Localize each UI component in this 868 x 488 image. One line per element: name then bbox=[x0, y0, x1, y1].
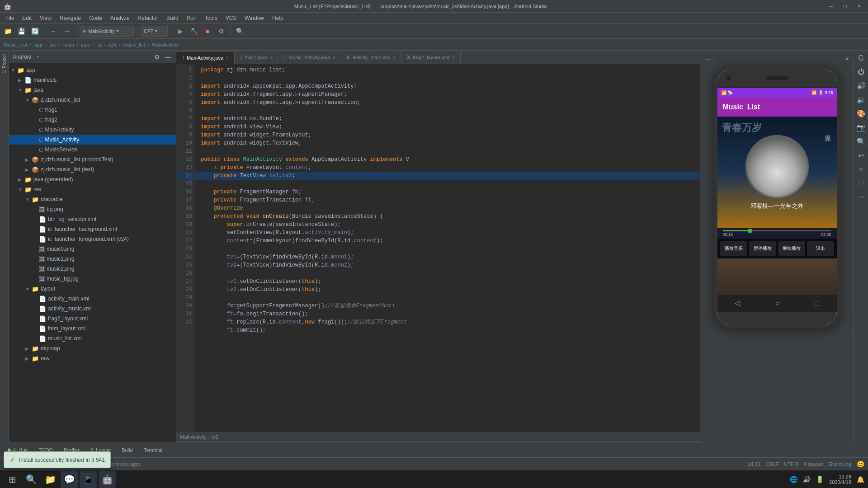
more-icon[interactable]: ⋯ bbox=[858, 192, 865, 201]
tab-activitymain[interactable]: X activity_main.xml × bbox=[341, 51, 401, 64]
tree-item-musicbg[interactable]: ▶ 🖼 music_bg.jpg bbox=[9, 274, 176, 284]
tree-item-drawable[interactable]: ▼ 📁 drawable bbox=[9, 194, 176, 204]
palette-icon[interactable]: 🎨 bbox=[857, 109, 866, 118]
event-log-btn[interactable]: Event Log bbox=[829, 461, 851, 467]
menu-refactor[interactable]: Refactor bbox=[134, 14, 162, 22]
square-icon[interactable]: □ bbox=[859, 179, 863, 187]
tree-item-frag2[interactable]: ▶ C frag2 bbox=[9, 115, 176, 125]
panel-minimize-btn[interactable]: — bbox=[163, 52, 172, 61]
progress-bar-bg[interactable] bbox=[723, 230, 831, 231]
breadcrumb-music-list-pkg[interactable]: music_list bbox=[123, 42, 145, 47]
panel-dropdown-icon[interactable]: ▾ bbox=[37, 54, 39, 59]
taskbar-android-btn[interactable]: 🤖 bbox=[99, 471, 116, 488]
refresh-btn[interactable]: ▶ bbox=[175, 25, 186, 37]
taskbar-messenger-btn[interactable]: 💬 bbox=[61, 471, 78, 488]
camera-icon[interactable]: 📷 bbox=[857, 123, 866, 132]
volume-up-icon[interactable]: 🔊 bbox=[857, 81, 866, 90]
panel-cog-btn[interactable]: ⚙ bbox=[152, 52, 161, 61]
taskbar-explorer-btn[interactable]: 📁 bbox=[42, 471, 59, 488]
tree-item-manifests[interactable]: ▶ 📄 manifests bbox=[9, 75, 176, 85]
breadcrumb-zj[interactable]: zj bbox=[97, 42, 101, 47]
phone-resume-btn[interactable]: 继续播放 bbox=[778, 241, 805, 256]
battery-icon[interactable]: 🔋 bbox=[816, 476, 824, 483]
tab-terminal[interactable]: Terminal bbox=[139, 446, 167, 455]
breadcrumb-main[interactable]: main bbox=[63, 42, 74, 47]
circle-icon[interactable]: ○ bbox=[859, 165, 863, 174]
tree-item-itemlayout[interactable]: ▶ 📄 item_layout.xml bbox=[9, 324, 176, 333]
breadcrumb-dzh[interactable]: dzh bbox=[108, 42, 116, 47]
menu-run[interactable]: Run bbox=[183, 14, 200, 22]
tree-item-musicservice[interactable]: ▶ C MusicService bbox=[9, 145, 176, 155]
tree-item-frag2layout[interactable]: ▶ 📄 frag2_layout.xml bbox=[9, 314, 176, 324]
code-content[interactable]: package zj.dzh.music_list; import androi… bbox=[195, 64, 700, 432]
build-btn[interactable]: 🔨 bbox=[188, 25, 200, 37]
tree-item-iclauncher[interactable]: ▶ 📄 ic_launcher_background.xml bbox=[9, 224, 176, 234]
phone-nav-recents[interactable]: □ bbox=[815, 299, 819, 307]
network-icon[interactable]: 🌐 bbox=[790, 476, 797, 483]
menu-window[interactable]: Window bbox=[241, 14, 268, 22]
tab-close-frag1[interactable]: × bbox=[269, 55, 272, 60]
tree-item-app[interactable]: ▼ 📁 app bbox=[9, 65, 176, 75]
tree-item-java[interactable]: ▼ 📁 java bbox=[9, 85, 176, 95]
menu-navigate[interactable]: Navigate bbox=[56, 14, 85, 22]
tree-item-iclauncher-fg[interactable]: ▶ 📄 ic_launcher_foreground.xml (v24) bbox=[9, 234, 176, 244]
tree-item-activitymain[interactable]: ▶ 📄 activity_main.xml bbox=[9, 294, 176, 304]
tree-item-mipmap[interactable]: ▶ 📁 mipmap bbox=[9, 343, 176, 353]
volume-icon[interactable]: 🔊 bbox=[803, 476, 811, 483]
tree-item-music0[interactable]: ▶ 🖼 music0.png bbox=[9, 244, 176, 254]
save-btn[interactable]: 💾 bbox=[15, 25, 27, 37]
minimize-button[interactable]: – bbox=[826, 3, 836, 9]
code-editor[interactable]: 12345 678910 111213 14 1516171819 202122… bbox=[176, 64, 700, 432]
tree-item-res[interactable]: ▼ 📁 res bbox=[9, 184, 176, 194]
tree-item-androidtest[interactable]: ▶ 📦 zj.dzh.music_list (androidTest) bbox=[9, 155, 176, 164]
cft-dropdown[interactable]: CFT ▾ bbox=[141, 26, 168, 37]
encoding[interactable]: UTF-8 bbox=[784, 461, 798, 467]
tree-item-music2[interactable]: ▶ 🖼 music2.png bbox=[9, 264, 176, 274]
breadcrumb-java[interactable]: java bbox=[81, 42, 90, 47]
search-btn[interactable]: 🔍 bbox=[234, 25, 245, 37]
panel-close-btn[interactable]: × bbox=[845, 55, 849, 62]
project-panel-tab[interactable]: 1: Project bbox=[2, 54, 7, 73]
breadcrumb-app[interactable]: app bbox=[34, 42, 42, 47]
zoom-in-icon[interactable]: 🔍 bbox=[857, 137, 866, 146]
tree-item-layout[interactable]: ▼ 📁 layout bbox=[9, 284, 176, 294]
menu-help[interactable]: Help bbox=[269, 14, 287, 22]
tab-close-frag2layout[interactable]: × bbox=[452, 55, 455, 60]
menu-code[interactable]: Code bbox=[85, 14, 106, 22]
menu-edit[interactable]: Edit bbox=[19, 14, 35, 22]
taskbar-start-btn[interactable]: ⊞ bbox=[4, 471, 21, 488]
menu-tools[interactable]: Tools bbox=[201, 14, 221, 22]
line-separator[interactable]: CRLF bbox=[766, 461, 779, 467]
tree-item-frag1[interactable]: ▶ C frag1 bbox=[9, 105, 176, 115]
tab-close-activitymain[interactable]: × bbox=[393, 55, 396, 60]
taskbar-search-btn[interactable]: 🔍 bbox=[23, 471, 40, 488]
tab-mainactivity[interactable]: J MainActivity.java × bbox=[176, 51, 235, 64]
tree-item-mainactivity[interactable]: ▶ C MainActivity bbox=[9, 125, 176, 135]
menu-analyze[interactable]: Analyze bbox=[107, 14, 133, 22]
tab-frag2layout[interactable]: X frag2_layout.xml × bbox=[401, 51, 460, 64]
tab-build[interactable]: Build bbox=[117, 446, 137, 455]
indent[interactable]: 4 spaces bbox=[803, 461, 823, 467]
menu-view[interactable]: View bbox=[36, 14, 55, 22]
tree-item-bgpng[interactable]: ▶ 🖼 bg.png bbox=[9, 204, 176, 214]
tree-item-package[interactable]: ▼ 📦 zj.dzh.music_list bbox=[9, 95, 176, 105]
tree-item-activitymusic[interactable]: ▶ 📄 activity_music.xml bbox=[9, 304, 176, 314]
tree-item-btnbg[interactable]: ▶ 📄 btn_bg_selector.xml bbox=[9, 214, 176, 224]
maximize-button[interactable]: □ bbox=[840, 3, 850, 9]
breadcrumb-src[interactable]: src bbox=[50, 42, 57, 47]
phone-pause-btn[interactable]: 暂停播放 bbox=[749, 241, 776, 256]
phone-nav-back[interactable]: ◁ bbox=[735, 299, 740, 307]
notification-icon[interactable]: 🔔 bbox=[857, 476, 864, 483]
taskbar-phone-btn[interactable]: 📱 bbox=[80, 471, 97, 488]
tab-close-musicactivity[interactable]: × bbox=[333, 55, 335, 60]
tab-close-mainactivity[interactable]: × bbox=[226, 55, 229, 60]
tree-item-java-generated[interactable]: ▶ 📁 java (generated) bbox=[9, 174, 176, 184]
menu-vcs[interactable]: VCS bbox=[222, 14, 241, 22]
forward-btn[interactable]: → bbox=[61, 25, 73, 37]
gradle-icon[interactable]: G bbox=[858, 54, 863, 62]
tab-musicactivity[interactable]: J Music_Activity.java × bbox=[278, 51, 341, 64]
power-icon[interactable]: ⏻ bbox=[858, 68, 865, 76]
open-btn[interactable]: 📁 bbox=[2, 25, 14, 37]
stop-btn[interactable]: ⚙ bbox=[215, 25, 227, 37]
back-btn[interactable]: ← bbox=[47, 25, 59, 37]
